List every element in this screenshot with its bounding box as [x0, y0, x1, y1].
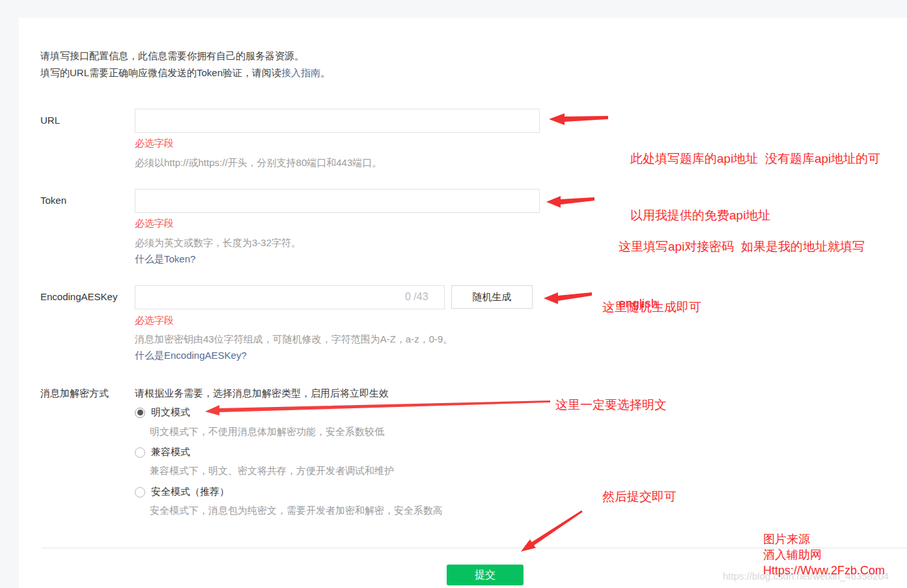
secure-mode-hint: 安全模式下，消息包为纯密文，需要开发者加密和解密，安全系数高: [150, 505, 443, 517]
plaintext-annotation: 这里一定要选择明文: [555, 395, 667, 414]
source-line1: 图片来源: [763, 531, 885, 547]
url-label: URL: [40, 115, 60, 126]
radio-option-label: 安全模式（推荐）: [151, 486, 229, 498]
plaintext-mode-hint: 明文模式下，不使用消息体加解密功能，安全系数较低: [150, 426, 384, 438]
radio-option-label: 兼容模式: [151, 446, 190, 458]
intro-line1: 请填写接口配置信息，此信息需要你拥有自己的服务器资源。: [40, 48, 330, 64]
plaintext-annotation-arrow-icon: [204, 397, 551, 415]
url-hint: 必须以http://或https://开头，分别支持80端口和443端口。: [135, 157, 382, 169]
url-annotation-arrow-icon: [548, 111, 609, 128]
radio-option-compat[interactable]: 兼容模式: [135, 446, 190, 458]
aeskey-input[interactable]: [135, 285, 445, 309]
what-is-aeskey-link[interactable]: 什么是EncodingAESKey?: [135, 350, 247, 362]
radio-unselected-icon[interactable]: [135, 487, 145, 497]
aeskey-annotation: 这里随机生成即可: [602, 298, 701, 316]
access-guide-link[interactable]: 接入指南: [281, 67, 320, 78]
submit-button[interactable]: 提交: [447, 565, 523, 585]
random-generate-button[interactable]: 随机生成: [451, 285, 533, 309]
aeskey-required-error: 必选字段: [135, 315, 174, 327]
token-annotation-arrow-icon: [545, 193, 596, 209]
radio-option-label: 明文模式: [151, 406, 190, 419]
what-is-token-link[interactable]: 什么是Token?: [135, 253, 195, 266]
intro-text: 请填写接口配置信息，此信息需要你拥有自己的服务器资源。 填写的URL需要正确响应…: [40, 48, 330, 81]
aeskey-annotation-arrow-icon: [542, 289, 593, 305]
url-annotation-line1: 此处填写题库的api地址 没有题库api地址的可: [630, 149, 907, 168]
token-hint: 必须为英文或数字，长度为3-32字符。: [135, 237, 301, 249]
source-line2: 酒入辅助网: [763, 547, 885, 563]
radio-selected-icon[interactable]: [135, 408, 145, 418]
token-required-error: 必选字段: [135, 217, 174, 230]
submit-annotation: 然后提交即可: [602, 487, 677, 506]
url-required-error: 必选字段: [135, 137, 174, 150]
image-source-credit: 图片来源 酒入辅助网 Https://Www.2Fzb.Com: [763, 531, 885, 578]
compat-mode-hint: 兼容模式下，明文、密文将共存，方便开发者调试和维护: [150, 465, 394, 477]
radio-option-plaintext[interactable]: 明文模式: [135, 406, 190, 419]
token-input[interactable]: [135, 189, 540, 213]
source-url: Https://Www.2Fzb.Com: [763, 563, 885, 578]
token-annotation: 这里填写api对接密码 如果是我的地址就填写 english: [619, 199, 892, 350]
token-label: Token: [40, 195, 66, 206]
screen: https://blog.csdn.net/weixin_46358204 请填…: [0, 0, 907, 588]
submit-annotation-arrow-icon: [516, 507, 587, 555]
intro-line2-prefix: 填写的URL需要正确响应微信发送的Token验证，请阅读: [40, 67, 281, 78]
url-input[interactable]: [135, 109, 540, 133]
intro-line2: 填写的URL需要正确响应微信发送的Token验证，请阅读接入指南。: [40, 64, 330, 81]
radio-option-secure[interactable]: 安全模式（推荐）: [135, 486, 229, 498]
aeskey-label: EncodingAESKey: [40, 291, 117, 302]
token-annotation-line1: 这里填写api对接密码 如果是我的地址就填写: [619, 237, 892, 256]
intro-line2-suffix: 。: [320, 67, 330, 78]
encrypt-mode-label: 消息加解密方式: [40, 387, 109, 400]
aeskey-char-counter: 0 /43: [405, 291, 428, 303]
radio-unselected-icon[interactable]: [135, 447, 145, 458]
aeskey-hint: 消息加密密钥由43位字符组成，可随机修改，字符范围为A-Z，a-z，0-9。: [135, 333, 453, 346]
